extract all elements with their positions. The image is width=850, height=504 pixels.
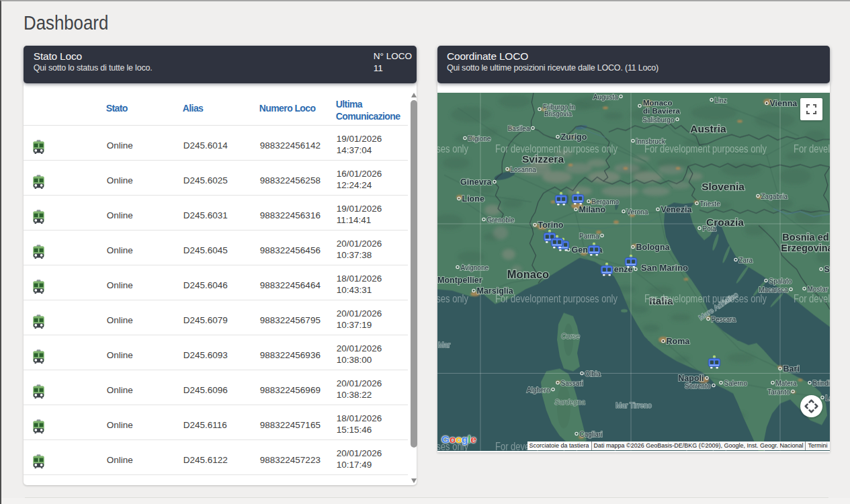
svg-text:Napoli: Napoli: [678, 373, 704, 382]
svg-text:Brindisi: Brindisi: [812, 379, 830, 386]
svg-text:Digione: Digione: [468, 134, 491, 142]
svg-text:Sorrento: Sorrento: [685, 382, 711, 389]
svg-text:Venezia: Venezia: [661, 204, 692, 214]
svg-text:Vienna: Vienna: [769, 98, 798, 108]
svg-text:Torino: Torino: [538, 220, 563, 229]
svg-text:For development purposes only: For development purposes only: [437, 142, 468, 154]
svg-text:Cagliari: Cagliari: [579, 430, 602, 437]
svg-text:Zurigo: Zurigo: [560, 132, 587, 141]
svg-text:Bologna: Bologna: [636, 242, 670, 251]
svg-text:San Marino: San Marino: [641, 262, 688, 272]
svg-text:Verona: Verona: [626, 208, 648, 215]
svg-text:Mar Tirreno: Mar Tirreno: [615, 401, 652, 409]
svg-text:For development purposes only: For development purposes only: [644, 292, 767, 304]
svg-text:Lecce: Lecce: [825, 394, 830, 401]
svg-text:Pescara: Pescara: [711, 315, 736, 323]
svg-text:For development purposes only: For development purposes only: [644, 142, 767, 154]
svg-text:Salisburgo: Salisburgo: [642, 116, 675, 123]
svg-text:Austria: Austria: [690, 122, 726, 134]
svg-text:Monaco: Monaco: [507, 267, 548, 280]
svg-text:Salerno: Salerno: [724, 379, 747, 386]
svg-text:Avignone: Avignone: [460, 263, 488, 271]
svg-text:Slovenia: Slovenia: [702, 180, 745, 192]
svg-text:Sassari: Sassari: [560, 379, 583, 386]
svg-text:Augusta: Augusta: [593, 93, 618, 100]
svg-text:S: S: [824, 264, 829, 274]
svg-text:Grenoble: Grenoble: [486, 216, 515, 223]
svg-text:Svizzera: Svizzera: [521, 153, 563, 164]
svg-text:Monaco: Monaco: [643, 98, 672, 106]
svg-text:Taranto: Taranto: [767, 388, 790, 395]
svg-text:Corse: Corse: [560, 331, 579, 339]
svg-text:di Baviera: di Baviera: [643, 106, 681, 114]
svg-text:Basilea: Basilea: [507, 124, 529, 132]
svg-text:Olbia: Olbia: [585, 370, 601, 377]
svg-text:Trieste: Trieste: [699, 200, 720, 207]
svg-text:For development purposes only: For development purposes only: [794, 292, 830, 304]
svg-text:Montpellier: Montpellier: [437, 275, 482, 284]
svg-text:Zara: Zara: [738, 256, 753, 263]
svg-text:Alghero: Alghero: [527, 386, 550, 393]
svg-text:Milano: Milano: [579, 204, 605, 214]
svg-text:Lione: Lione: [462, 194, 484, 203]
svg-text:For development purposes only: For development purposes only: [495, 142, 618, 154]
svg-text:Erzegovina: Erzegovina: [781, 242, 830, 253]
svg-text:For development purposes only: For development purposes only: [437, 292, 468, 304]
svg-text:Roma: Roma: [666, 336, 690, 345]
svg-text:Spalato: Spalato: [769, 277, 792, 284]
svg-text:Parma: Parma: [579, 232, 599, 239]
svg-text:Mostar: Mostar: [807, 285, 828, 292]
svg-text:For development purposes only: For development purposes only: [495, 292, 618, 304]
svg-text:Sardegna: Sardegna: [554, 397, 585, 405]
svg-text:Bosnia ed: Bosnia ed: [782, 231, 828, 242]
svg-text:Losanna: Losanna: [510, 165, 536, 173]
svg-text:Bari: Bari: [783, 364, 799, 373]
svg-text:Ginevra: Ginevra: [460, 177, 492, 186]
svg-text:Matera: Matera: [775, 379, 797, 386]
svg-text:Mar: Mar: [438, 340, 451, 348]
svg-text:For development purposes only: For development purposes only: [794, 142, 830, 154]
svg-text:Zagabria: Zagabria: [761, 192, 788, 200]
svg-text:Brisgovia: Brisgovia: [544, 110, 572, 117]
svg-text:Linz: Linz: [714, 96, 726, 103]
svg-text:Croazia: Croazia: [706, 216, 744, 227]
svg-text:Bergamo: Bergamo: [591, 198, 619, 205]
